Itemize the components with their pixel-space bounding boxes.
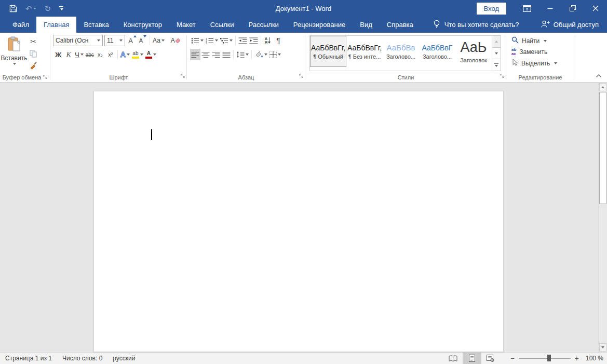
close-button[interactable] bbox=[584, 0, 607, 17]
share-button[interactable]: Общий доступ bbox=[541, 17, 607, 33]
minimize-button[interactable] bbox=[538, 0, 561, 17]
clear-formatting-button[interactable]: А bbox=[170, 35, 182, 46]
font-size-combobox[interactable]: 11 bbox=[104, 35, 125, 46]
scroll-down-icon[interactable] bbox=[599, 343, 606, 352]
font-family-combobox[interactable]: Calibri (Осн bbox=[53, 35, 103, 46]
zoom-slider[interactable] bbox=[519, 358, 571, 359]
vertical-scrollbar[interactable] bbox=[598, 83, 607, 352]
collapse-ribbon-icon[interactable] bbox=[596, 71, 602, 80]
clipboard-group: Вставить ✂ Буфер обмена bbox=[0, 33, 50, 82]
read-mode-button[interactable] bbox=[444, 353, 463, 364]
text-cursor bbox=[151, 129, 152, 140]
decrease-indent-button[interactable] bbox=[237, 35, 248, 46]
align-center-button[interactable] bbox=[200, 49, 211, 60]
style-heading1[interactable]: АаБбВв Заголово... bbox=[383, 36, 419, 67]
page-count-status[interactable]: Страница 1 из 1 bbox=[0, 355, 57, 362]
style-title[interactable]: АаЬ Заголовок bbox=[455, 36, 492, 67]
ribbon-display-options-icon[interactable] bbox=[516, 0, 538, 17]
italic-button[interactable]: К bbox=[63, 49, 74, 60]
title-bar: Документ1 - Word ↶ ↻ Вход bbox=[0, 0, 607, 17]
styles-group-label: Стили bbox=[305, 72, 506, 82]
styles-gallery: АаБбВвГг, ¶ Обычный АаБбВвГг, ¶ Без инте… bbox=[309, 35, 492, 71]
redo-icon[interactable]: ↻ bbox=[45, 5, 51, 12]
tab-insert[interactable]: Вставка bbox=[76, 17, 116, 33]
scroll-up-icon[interactable] bbox=[599, 83, 606, 91]
paragraph-group: 123 АЯ ¶ bbox=[187, 33, 305, 82]
tab-help[interactable]: Справка bbox=[380, 17, 421, 33]
document-page[interactable] bbox=[93, 91, 504, 352]
word-count-status[interactable]: Число слов: 0 bbox=[57, 355, 107, 362]
style-heading2[interactable]: АаБбВвГ Заголово... bbox=[419, 36, 455, 67]
styles-dialog-launcher-icon[interactable] bbox=[500, 74, 505, 78]
styles-scroll-up-icon[interactable] bbox=[492, 36, 501, 48]
zoom-out-icon[interactable]: − bbox=[507, 355, 518, 362]
quick-access-toolbar: ↶ ↻ bbox=[9, 5, 63, 12]
zoom-in-icon[interactable]: + bbox=[572, 355, 582, 362]
undo-icon[interactable]: ↶ bbox=[25, 5, 36, 12]
tab-design[interactable]: Конструктор bbox=[116, 17, 169, 33]
svg-text:3: 3 bbox=[206, 42, 207, 44]
change-case-button[interactable]: Аа bbox=[152, 35, 166, 46]
clipboard-dialog-launcher-icon[interactable] bbox=[43, 75, 48, 79]
print-layout-button[interactable] bbox=[463, 353, 481, 364]
font-dialog-launcher-icon[interactable] bbox=[181, 74, 185, 78]
grow-font-button[interactable]: А bbox=[127, 35, 138, 46]
paragraph-dialog-launcher-icon[interactable] bbox=[299, 74, 304, 78]
clipboard-group-label: Буфер обмена bbox=[0, 72, 50, 82]
find-button[interactable]: Найти bbox=[511, 36, 574, 45]
status-bar: Страница 1 из 1 Число слов: 0 русский − … bbox=[0, 352, 607, 364]
tab-view[interactable]: Вид bbox=[353, 17, 380, 33]
sort-button[interactable]: АЯ bbox=[263, 35, 273, 46]
show-formatting-marks-button[interactable]: ¶ bbox=[273, 35, 284, 46]
scrollbar-thumb[interactable] bbox=[599, 92, 606, 204]
text-effects-button[interactable]: А bbox=[119, 49, 131, 60]
tab-home[interactable]: Главная bbox=[36, 17, 76, 33]
replace-icon: ab ac bbox=[511, 48, 516, 56]
paste-button[interactable]: Вставить bbox=[0, 34, 28, 72]
web-layout-button[interactable] bbox=[481, 353, 500, 364]
increase-indent-button[interactable] bbox=[248, 35, 259, 46]
shrink-font-button[interactable]: А bbox=[138, 35, 148, 46]
tab-references[interactable]: Ссылки bbox=[203, 17, 241, 33]
save-icon[interactable] bbox=[9, 5, 17, 12]
justify-button[interactable] bbox=[221, 49, 232, 60]
styles-gallery-more-icon[interactable] bbox=[492, 59, 501, 71]
cut-icon[interactable]: ✂ bbox=[28, 36, 38, 47]
select-button[interactable]: Выделить bbox=[511, 59, 574, 68]
superscript-button[interactable]: x² bbox=[105, 49, 116, 60]
styles-scroll-down-icon[interactable] bbox=[492, 48, 501, 60]
tab-mailings[interactable]: Рассылки bbox=[241, 17, 286, 33]
underline-button[interactable]: Ч bbox=[74, 49, 85, 60]
font-color-button[interactable]: А bbox=[144, 49, 157, 60]
document-area bbox=[0, 83, 607, 352]
style-normal[interactable]: АаБбВвГг, ¶ Обычный bbox=[310, 36, 346, 67]
sign-in-button[interactable]: Вход bbox=[477, 3, 506, 15]
line-spacing-button[interactable] bbox=[235, 49, 250, 60]
bullets-button[interactable] bbox=[190, 35, 205, 46]
multilevel-list-button[interactable] bbox=[219, 35, 234, 46]
style-no-spacing[interactable]: АаБбВвГг, ¶ Без инте... bbox=[346, 36, 383, 67]
strikethrough-button[interactable]: abc bbox=[85, 49, 95, 60]
align-left-button[interactable] bbox=[190, 49, 200, 60]
zoom-slider-thumb[interactable] bbox=[547, 355, 551, 361]
borders-button[interactable] bbox=[268, 49, 282, 60]
customize-quick-access-icon[interactable] bbox=[59, 6, 63, 10]
tab-file[interactable]: Файл bbox=[5, 17, 36, 33]
styles-group: АаБбВвГг, ¶ Обычный АаБбВвГг, ¶ Без инте… bbox=[305, 33, 506, 82]
subscript-button[interactable]: x₂ bbox=[95, 49, 105, 60]
tab-layout[interactable]: Макет bbox=[169, 17, 203, 33]
bold-button[interactable]: Ж bbox=[53, 49, 63, 60]
zoom-percentage[interactable]: 100 % bbox=[582, 355, 607, 362]
shading-button[interactable] bbox=[253, 49, 268, 60]
tab-review[interactable]: Рецензирование bbox=[286, 17, 353, 33]
tell-me-box[interactable]: Что вы хотите сделать? bbox=[433, 17, 519, 33]
text-highlight-button[interactable]: ab bbox=[131, 49, 144, 60]
format-painter-icon[interactable] bbox=[28, 60, 38, 71]
copy-icon[interactable] bbox=[28, 48, 38, 59]
replace-button[interactable]: ab ac Заменить bbox=[511, 48, 574, 56]
editing-group: Найти ab ac Заменить Выделить Редактиров… bbox=[506, 33, 574, 82]
restore-button[interactable] bbox=[561, 0, 584, 17]
language-status[interactable]: русский bbox=[107, 355, 140, 362]
align-right-button[interactable] bbox=[211, 49, 221, 60]
numbering-button[interactable]: 123 bbox=[205, 35, 219, 46]
